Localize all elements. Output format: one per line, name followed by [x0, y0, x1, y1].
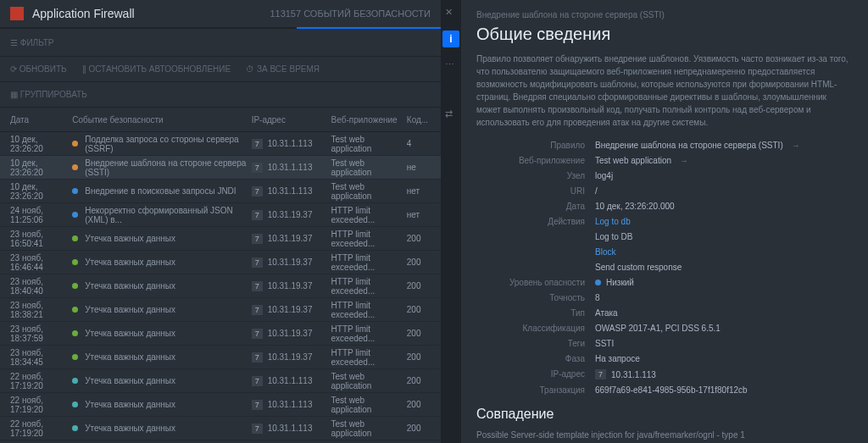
- status-dot: [72, 212, 78, 218]
- severity-dot: [595, 280, 601, 285]
- ip-badge: 7: [252, 210, 263, 220]
- ip-badge: 7: [252, 139, 263, 149]
- ip-badge: 7: [252, 257, 263, 268]
- table-row[interactable]: 23 нояб, 18:38:21 Утечка важных данных 7…: [0, 298, 441, 322]
- field-value: 669f7a69-e841-4985-956b-17f1f80f12cb: [595, 385, 748, 395]
- table-row[interactable]: 24 нояб, 11:25:06 Некорректно сформирова…: [0, 203, 441, 227]
- status-dot: [72, 425, 78, 431]
- detail-field: ФазаНа запросе: [476, 354, 853, 363]
- col-date[interactable]: Дата: [10, 115, 72, 125]
- detail-field: ТипАтака: [476, 308, 853, 318]
- field-value[interactable]: Log to db: [595, 217, 631, 226]
- col-event[interactable]: Событие безопасности: [72, 115, 251, 125]
- status-dot: [72, 235, 78, 241]
- detail-field: URI/: [476, 186, 853, 196]
- info-icon[interactable]: i: [442, 30, 459, 47]
- ip-badge: 7: [252, 234, 263, 244]
- status-dot: [72, 354, 78, 360]
- table-row[interactable]: 10 дек, 23:26:20 Внедрение в поисковые з…: [0, 180, 441, 203]
- detail-field: Узелlog4j: [476, 171, 853, 180]
- field-value: Атака: [595, 308, 618, 318]
- field-value: 8: [595, 293, 600, 302]
- chevron-right-icon[interactable]: →: [792, 141, 800, 150]
- detail-field: ПравилоВнедрение шаблона на стороне серв…: [476, 141, 853, 150]
- expand-icon[interactable]: ⇄: [445, 108, 457, 120]
- field-value: SSTI: [595, 339, 614, 348]
- detail-subtitle: Внедрение шаблона на стороне сервера (SS…: [476, 10, 853, 19]
- match-heading: Совпадение: [476, 407, 853, 422]
- table-row[interactable]: 23 нояб, 16:46:44 Утечка важных данных 7…: [0, 251, 441, 274]
- field-value: log4j: [595, 171, 613, 180]
- detail-field: Точность8: [476, 293, 853, 302]
- field-value: OWASP 2017-A1, PCI DSS 6.5.1: [595, 324, 721, 333]
- field-value[interactable]: Внедрение шаблона на стороне сервера (SS…: [595, 141, 800, 150]
- table-row[interactable]: 22 нояб, 17:19:20 Утечка важных данных 7…: [0, 393, 441, 417]
- ip-badge: 7: [252, 305, 263, 315]
- time-filter[interactable]: ⏱ ЗА ВСЕ ВРЕМЯ: [246, 64, 320, 74]
- status-dot: [72, 307, 78, 313]
- ip-badge: 7: [252, 186, 263, 197]
- ip-badge: 7: [252, 163, 263, 173]
- field-value: 710.31.1.113: [595, 369, 656, 379]
- status-dot: [72, 259, 78, 265]
- ip-badge: 7: [595, 369, 606, 379]
- group-button[interactable]: ▦ ГРУППИРОВАТЬ: [10, 90, 87, 99]
- field-value: Низкий: [595, 278, 634, 287]
- col-ip[interactable]: IP-адрес: [252, 115, 331, 125]
- field-value: 10 дек, 23:26:20.000: [595, 202, 675, 211]
- detail-field: Транзакция669f7a69-e841-4985-956b-17f1f8…: [476, 385, 853, 395]
- tab-indicator: [0, 27, 441, 29]
- col-app[interactable]: Веб-приложение: [331, 115, 407, 125]
- page-title: Application Firewall: [32, 7, 270, 20]
- table-header: Дата Событие безопасности IP-адрес Веб-п…: [0, 107, 441, 132]
- field-value: /: [595, 186, 598, 196]
- table-row[interactable]: 23 нояб, 18:40:40 Утечка важных данных 7…: [0, 274, 441, 298]
- field-value: На запросе: [595, 354, 640, 363]
- ip-badge: 7: [252, 281, 263, 291]
- status-dot: [72, 401, 78, 407]
- table-row[interactable]: 10 дек, 23:26:20 Внедрение шаблона на ст…: [0, 156, 441, 180]
- field-value[interactable]: Block: [595, 247, 615, 257]
- pause-button[interactable]: ‖ ОСТАНОВИТЬ АВТООБНОВЛЕНИЕ: [82, 64, 231, 74]
- field-value: Send custom response: [595, 263, 682, 272]
- detail-field: Веб-приложениеTest web application→: [476, 156, 853, 165]
- table-row[interactable]: 10 дек, 23:26:20 Подделка запроса со сто…: [0, 132, 441, 156]
- detail-field: Send custom response: [476, 263, 853, 272]
- table-row[interactable]: 22 нояб, 17:19:20 Утечка важных данных 7…: [0, 369, 441, 393]
- detail-field: Log to DB: [476, 232, 853, 241]
- table-row[interactable]: 23 нояб, 18:37:59 Утечка важных данных 7…: [0, 322, 441, 346]
- ip-badge: 7: [252, 424, 263, 434]
- status-dot: [72, 378, 78, 384]
- table-row[interactable]: 22 нояб, 17:19:20 Утечка важных данных 7…: [0, 417, 441, 440]
- detail-heading: Общие сведения: [476, 25, 853, 44]
- detail-field: Дата10 дек, 23:26:20.000: [476, 202, 853, 211]
- detail-description: Правило позволяет обнаружить внедрение ш…: [476, 53, 853, 129]
- ip-badge: 7: [252, 352, 263, 363]
- table-row[interactable]: 23 нояб, 18:34:45 Утечка важных данных 7…: [0, 346, 441, 369]
- ip-badge: 7: [252, 400, 263, 410]
- status-dot: [72, 330, 78, 336]
- detail-field: ТегиSSTI: [476, 339, 853, 348]
- match-text: Possible Server-side template injection …: [476, 429, 853, 441]
- ip-badge: 7: [252, 329, 263, 339]
- table-row[interactable]: 23 нояб, 16:50:41 Утечка важных данных 7…: [0, 227, 441, 251]
- field-value: Log to DB: [595, 232, 632, 241]
- filter-button[interactable]: ☰ ФИЛЬТР: [10, 38, 53, 47]
- status-dot: [72, 283, 78, 289]
- chevron-right-icon[interactable]: →: [680, 156, 688, 165]
- ip-badge: 7: [252, 376, 263, 386]
- event-count: 113157 СОБЫТИЙ БЕЗОПАСНОСТИ: [270, 8, 431, 19]
- close-icon[interactable]: ✕: [445, 7, 457, 19]
- detail-field: Block: [476, 247, 853, 257]
- status-dot: [72, 164, 78, 170]
- col-code[interactable]: Код...: [407, 115, 431, 125]
- more-icon[interactable]: ⋯: [445, 59, 457, 71]
- detail-field: IP-адрес710.31.1.113: [476, 369, 853, 379]
- status-dot: [72, 141, 78, 147]
- detail-field: КлассификацияOWASP 2017-A1, PCI DSS 6.5.…: [476, 324, 853, 333]
- logo: [10, 7, 24, 20]
- field-value[interactable]: Test web application→: [595, 156, 688, 165]
- refresh-button[interactable]: ⟳ ОБНОВИТЬ: [10, 64, 67, 74]
- status-dot: [72, 188, 78, 194]
- detail-field: Уровень опасностиНизкий: [476, 278, 853, 287]
